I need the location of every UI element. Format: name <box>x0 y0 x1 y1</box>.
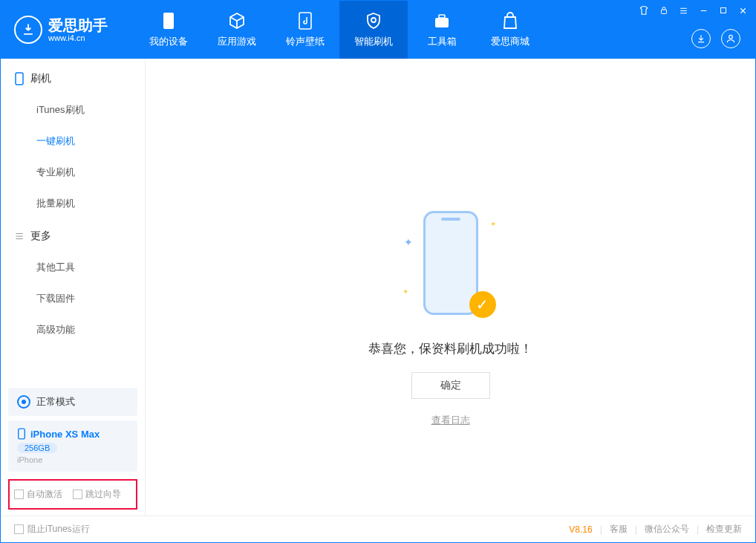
nav-store[interactable]: 爱思商城 <box>476 1 544 59</box>
sidebar-item-pro-flash[interactable]: 专业刷机 <box>1 157 145 188</box>
checkbox-label: 阻止iTunes运行 <box>27 523 90 536</box>
cube-icon <box>227 11 247 30</box>
sidebar-item-download-firmware[interactable]: 下载固件 <box>1 283 145 314</box>
ok-button[interactable]: 确定 <box>411 372 490 399</box>
app-title: 爱思助手 <box>48 17 108 33</box>
svg-rect-9 <box>19 429 25 439</box>
sidebar-item-other-tools[interactable]: 其他工具 <box>1 252 145 283</box>
top-nav: 我的设备 应用游戏 铃声壁纸 智能刷机 工具箱 爱思商城 <box>134 1 544 59</box>
nav-label: 工具箱 <box>428 35 457 48</box>
device-capacity: 256GB <box>17 443 57 453</box>
nav-label: 应用游戏 <box>218 35 256 48</box>
mode-indicator-icon <box>17 395 30 409</box>
device-panel: 正常模式 iPhone XS Max 256GB iPhone <box>8 388 137 472</box>
skip-guide-checkbox[interactable]: 跳过向导 <box>73 488 121 501</box>
separator: | <box>635 524 637 535</box>
app-url: www.i4.cn <box>48 33 108 42</box>
sparkle-icon: ✦ <box>404 236 413 248</box>
window-controls-top <box>639 5 748 18</box>
device-mode-label: 正常模式 <box>36 395 75 409</box>
nav-apps[interactable]: 应用游戏 <box>203 1 271 59</box>
svg-rect-4 <box>439 15 445 18</box>
user-button[interactable] <box>721 29 740 48</box>
checkbox-icon <box>73 490 82 499</box>
logo-icon <box>14 16 42 44</box>
success-message: 恭喜您，保资料刷机成功啦！ <box>368 340 532 357</box>
version-label: V8.16 <box>569 524 592 535</box>
nav-label: 我的设备 <box>149 35 188 48</box>
nav-ringtone[interactable]: 铃声壁纸 <box>271 1 339 59</box>
view-log-link[interactable]: 查看日志 <box>431 414 470 427</box>
check-badge-icon: ✓ <box>469 291 496 318</box>
sidebar-group-label: 更多 <box>30 230 51 243</box>
nav-label: 智能刷机 <box>354 35 393 48</box>
sidebar-group-flash: 刷机 <box>1 72 145 90</box>
maximize-icon[interactable] <box>719 6 728 17</box>
sidebar-item-advanced[interactable]: 高级功能 <box>1 314 145 345</box>
shirt-icon[interactable] <box>639 5 649 18</box>
sidebar: 刷机 iTunes刷机 一键刷机 专业刷机 批量刷机 更多 其他工具 下载固件 … <box>1 59 146 516</box>
lock-icon[interactable] <box>659 5 668 18</box>
device-mode-card[interactable]: 正常模式 <box>8 388 137 416</box>
block-itunes-checkbox[interactable]: 阻止iTunes运行 <box>14 523 90 536</box>
check-update-link[interactable]: 检查更新 <box>706 523 742 536</box>
sidebar-group-label: 刷机 <box>30 72 51 85</box>
phone-icon <box>14 72 25 85</box>
bag-icon <box>501 11 520 30</box>
device-icon <box>159 11 178 30</box>
svg-rect-8 <box>16 73 23 85</box>
list-icon <box>14 231 25 241</box>
svg-rect-0 <box>163 13 174 29</box>
svg-point-2 <box>371 18 376 22</box>
nav-toolbox[interactable]: 工具箱 <box>408 1 476 59</box>
checkbox-icon <box>14 524 24 534</box>
sidebar-item-oneclick-flash[interactable]: 一键刷机 <box>1 126 145 157</box>
music-icon <box>296 11 315 30</box>
customer-service-link[interactable]: 客服 <box>610 523 628 536</box>
sidebar-item-batch-flash[interactable]: 批量刷机 <box>1 188 145 219</box>
nav-my-device[interactable]: 我的设备 <box>134 1 203 59</box>
app-logo: 爱思助手 www.i4.cn <box>1 16 121 44</box>
svg-point-7 <box>729 35 733 39</box>
checkbox-icon <box>14 490 24 499</box>
device-name: iPhone XS Max <box>30 429 100 440</box>
minimize-icon[interactable] <box>699 6 708 18</box>
wechat-link[interactable]: 微信公众号 <box>645 523 689 536</box>
device-card[interactable]: iPhone XS Max 256GB iPhone <box>8 420 137 472</box>
header-right-buttons <box>691 29 740 48</box>
footer-bar: 阻止iTunes运行 V8.16 | 客服 | 微信公众号 | 检查更新 <box>1 516 755 542</box>
nav-label: 爱思商城 <box>491 35 529 48</box>
download-button[interactable] <box>691 29 711 48</box>
svg-rect-3 <box>435 18 449 27</box>
auto-activate-checkbox[interactable]: 自动激活 <box>14 488 62 501</box>
sparkle-icon: ✦ <box>490 220 496 228</box>
separator: | <box>600 524 602 535</box>
close-icon[interactable] <box>738 6 748 18</box>
success-illustration: ✓ ✦ ✦ ✦ <box>410 207 492 325</box>
sidebar-group-more: 更多 <box>1 230 145 247</box>
shield-icon <box>364 11 383 30</box>
menu-icon[interactable] <box>679 6 688 18</box>
nav-flash[interactable]: 智能刷机 <box>339 1 408 59</box>
sparkle-icon: ✦ <box>403 287 408 296</box>
flash-options-highlight: 自动激活 跳过向导 <box>8 479 137 510</box>
main-content: ✓ ✦ ✦ ✦ 恭喜您，保资料刷机成功啦！ 确定 查看日志 <box>146 59 755 516</box>
nav-label: 铃声壁纸 <box>286 35 325 48</box>
sidebar-item-itunes-flash[interactable]: iTunes刷机 <box>1 94 145 126</box>
checkbox-label: 自动激活 <box>27 488 62 501</box>
checkbox-label: 跳过向导 <box>85 488 121 501</box>
toolbox-icon <box>432 11 452 30</box>
svg-rect-6 <box>721 8 726 13</box>
svg-rect-5 <box>662 10 667 14</box>
separator: | <box>697 524 699 535</box>
phone-icon <box>17 428 26 440</box>
device-type: iPhone <box>17 455 128 464</box>
header-bar: 爱思助手 www.i4.cn 我的设备 应用游戏 铃声壁纸 智能刷机 工具箱 爱… <box>1 1 755 59</box>
